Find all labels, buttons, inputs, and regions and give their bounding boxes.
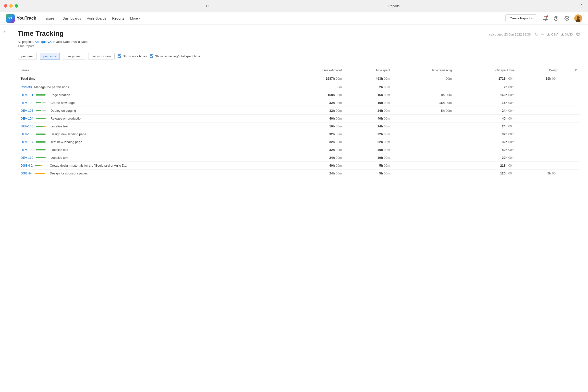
logo-icon: YT	[6, 14, 15, 23]
sidebar-toggle[interactable]: »	[0, 25, 10, 182]
total-spent: 32h 00m	[455, 130, 518, 138]
nav-item-more[interactable]: More ▾	[128, 15, 142, 22]
issue-name: Create design materials for the "Bouleva…	[50, 164, 127, 167]
col-header-design: Design	[518, 67, 561, 74]
back-button[interactable]: ←	[198, 4, 202, 8]
refresh-icon[interactable]: ↻	[534, 32, 538, 37]
time-estimated: 32h 00m	[284, 130, 345, 138]
progress-bar	[36, 149, 48, 150]
design-time	[518, 107, 561, 115]
print-icon[interactable]	[576, 32, 580, 37]
xlsx-label: XLSX	[565, 32, 573, 36]
design-time: 5h 00m	[518, 170, 561, 178]
download-csv-button[interactable]: CSV	[547, 32, 558, 36]
progress-bar	[36, 102, 48, 104]
issue-id-link[interactable]: DEV-105	[20, 124, 33, 128]
meta-actions: ↻ ✏ CSV XLSX	[534, 32, 580, 37]
d-column	[561, 107, 580, 115]
meta-right: calculated 23 Jun 2022 19:36 ↻ ✏ CSV XLS…	[489, 32, 580, 37]
issue-name: Design for sponsors pages	[50, 172, 88, 175]
issue-id-link[interactable]: DSGN-4	[20, 172, 32, 175]
time-remaining: 8h 00m	[393, 91, 455, 99]
table-row: DEV-105Localize text16h 00m24h 00m24h 00…	[18, 122, 580, 130]
edit-icon[interactable]: ✏	[541, 32, 544, 37]
issue-id-link[interactable]: CSS-38	[20, 85, 32, 89]
nav-icons	[542, 14, 582, 22]
page-layout: » Time Tracking calculated 23 Jun 2022 1…	[0, 25, 588, 182]
header-row: Time Tracking calculated 23 Jun 2022 19:…	[18, 30, 580, 39]
issue-id-link[interactable]: DEV-104	[20, 116, 33, 120]
d-column	[561, 146, 580, 154]
time-spent: 5h 00m	[345, 162, 393, 170]
avatar[interactable]	[574, 14, 582, 22]
time-remaining	[393, 83, 455, 91]
total-spent: 32h 00m	[455, 138, 518, 146]
time-spent: 32h 00m	[345, 138, 393, 146]
window-chrome: ← ↻ Reports ⋮	[0, 0, 588, 12]
issue-id-link[interactable]: DEV-102	[20, 101, 33, 104]
issue-id-link[interactable]: DEV-106	[20, 132, 33, 136]
nav-item-agile-boards[interactable]: Agile Boards	[84, 15, 109, 22]
issue-id-link[interactable]: DEV-107	[20, 140, 33, 144]
issue-name: Design new landing page	[50, 132, 86, 136]
table-row: DEV-110Localize text24h 00m39h 00m39h 00…	[18, 154, 580, 162]
per-project-button[interactable]: per project	[63, 53, 85, 60]
per-issue-button[interactable]: per issue	[40, 53, 60, 60]
table-row: DEV-106Design new landing page32h 00m32h…	[18, 130, 580, 138]
issue-id-link[interactable]: DEV-110	[20, 156, 33, 160]
show-work-types-input[interactable]	[118, 54, 121, 58]
col-header-time-remaining: Time remaining	[393, 67, 455, 74]
table-header: Issues Time estimated Time spent Time re…	[18, 67, 580, 74]
issue-id-link[interactable]: DEV-109	[20, 148, 33, 152]
table-row: DEV-103Deploy on staging32h 00m24h 00m8h…	[18, 107, 580, 115]
nav-item-reports[interactable]: Reports	[110, 15, 127, 22]
col-header-time-estimated: Time estimated	[284, 67, 345, 74]
d-column	[561, 154, 580, 162]
show-work-types-checkbox[interactable]: Show work types	[118, 54, 147, 58]
reload-button[interactable]: ↻	[206, 4, 209, 8]
design-time	[518, 83, 561, 91]
issue-cell: DEV-103Deploy on staging	[18, 107, 284, 115]
window-more-button[interactable]: ⋮	[579, 3, 584, 9]
svg-point-4	[577, 16, 580, 19]
table-body: Total time 1687h 00m 493h 00m 00m 1723h …	[18, 74, 580, 178]
show-remaining-input[interactable]	[150, 54, 153, 58]
nav-item-issues[interactable]: Issues ▾	[42, 15, 59, 22]
minimize-button[interactable]	[9, 4, 13, 8]
nav-item-dashboards-label: Dashboards	[62, 16, 81, 20]
per-work-item-button[interactable]: per work item	[88, 53, 115, 60]
download-xlsx-button[interactable]: XLSX	[561, 32, 573, 36]
table-row: DEV-102Create new page32h 00m16h 00m16h …	[18, 99, 580, 107]
total-spent: 2h 00m	[455, 83, 518, 91]
show-remaining-checkbox[interactable]: Show remaining/total spent time	[150, 54, 200, 58]
col-header-total-spent: Total spent time	[455, 67, 518, 74]
create-report-button[interactable]: Create Report ▾	[506, 14, 537, 22]
design-time	[518, 146, 561, 154]
issue-name: Localize text	[50, 156, 68, 160]
time-spent: 39h 00m	[345, 154, 393, 162]
issue-id-link[interactable]: DEV-103	[20, 109, 33, 112]
issue-id-link[interactable]: DSGN-2	[20, 164, 32, 167]
no-query-link[interactable]: <no query>	[35, 40, 51, 44]
settings-icon[interactable]	[564, 15, 570, 22]
per-user-button[interactable]: per user	[18, 53, 37, 60]
nav-item-dashboards[interactable]: Dashboards	[60, 15, 84, 22]
logo[interactable]: YT YouTrack	[6, 14, 36, 23]
time-estimated: 40h 00m	[284, 115, 345, 122]
d-column	[561, 170, 580, 178]
table-row: DSGN-4Design for sponsors pages24h 00m5h…	[18, 170, 580, 178]
d-column	[561, 122, 580, 130]
issue-id-link[interactable]: DEV-101	[20, 93, 33, 97]
show-work-types-label: Show work types	[123, 54, 147, 58]
notifications-icon[interactable]	[542, 15, 549, 22]
time-remaining	[393, 130, 455, 138]
time-estimated: 16h 00m	[284, 122, 345, 130]
time-spent: 24h 00m	[345, 107, 393, 115]
svg-rect-8	[577, 34, 579, 35]
maximize-button[interactable]	[15, 4, 18, 8]
close-button[interactable]	[4, 4, 7, 8]
total-time-estimated: 1687h 00m	[284, 74, 345, 83]
help-icon[interactable]	[553, 15, 560, 22]
total-time-remaining: 00m	[393, 74, 455, 83]
time-spent: 40h 00m	[345, 146, 393, 154]
